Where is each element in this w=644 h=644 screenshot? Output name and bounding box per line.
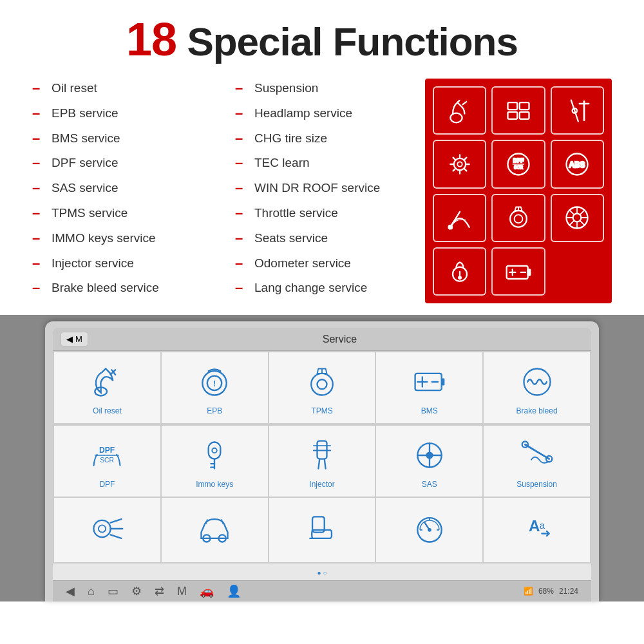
battery-icon: [504, 258, 533, 286]
home-icon: M: [75, 334, 82, 344]
m-nav-icon[interactable]: M: [177, 585, 187, 598]
svg-rect-4: [520, 111, 529, 118]
oil-icon-cell: [433, 86, 486, 135]
sas-label: SAS: [422, 480, 437, 489]
svg-rect-36: [528, 269, 531, 275]
car-nav-icon[interactable]: 🚗: [200, 584, 214, 598]
list-item: –Brake bleed service: [32, 278, 216, 298]
svg-point-0: [450, 113, 462, 122]
steering-icon: [563, 97, 591, 125]
injector-cell[interactable]: Injector: [269, 426, 375, 497]
list-item: –Lang change service: [235, 278, 419, 298]
wheel-icon: [563, 204, 591, 232]
epb-label: EPB: [207, 406, 222, 415]
svg-point-20: [515, 215, 523, 223]
bms-cell[interactable]: BMS: [376, 352, 482, 423]
abs-icon: ABS: [563, 150, 591, 178]
svg-point-84: [428, 528, 431, 532]
svg-rect-3: [507, 111, 517, 118]
dash-icon: –: [235, 104, 245, 124]
settings-nav-icon[interactable]: ⚙: [131, 584, 142, 598]
headlamp-cell[interactable]: [54, 498, 160, 562]
seats-icon: [303, 509, 341, 548]
list-item: –TEC learn: [235, 153, 419, 173]
list-item: –Oil reset: [32, 79, 216, 99]
oil-reset-icon: [88, 363, 126, 401]
bms-label: BMS: [421, 406, 438, 415]
svg-text:!: !: [213, 379, 216, 389]
list-item: –Injector service: [32, 254, 216, 274]
lang-change-icon: A a: [518, 509, 556, 548]
list-item: –CHG tire size: [235, 129, 419, 149]
svg-point-65: [426, 452, 433, 459]
wiper-icon-cell: [433, 194, 486, 242]
dpf-cell[interactable]: DPF SCR DPF: [54, 426, 160, 497]
injector-icon: [303, 436, 341, 475]
dash-icon: –: [235, 204, 245, 223]
home-nav-icon[interactable]: ⌂: [88, 585, 95, 598]
list-item: –EPB service: [32, 104, 216, 124]
list-item: –IMMO keys service: [32, 229, 216, 249]
oil-reset-cell[interactable]: Oil reset: [54, 352, 160, 423]
service-grid-row2: DPF SCR DPF: [53, 424, 591, 498]
svg-point-10: [457, 162, 462, 166]
dash-icon: –: [32, 204, 43, 223]
immo-keys-icon: [195, 436, 234, 475]
tpms-warn-icon-cell: [433, 247, 486, 296]
list-item: –Headlamp service: [235, 104, 419, 124]
odometer-cell[interactable]: [376, 498, 482, 562]
lang-change-cell[interactable]: A a: [484, 498, 590, 562]
dash-icon: –: [32, 229, 43, 249]
tpms-cell[interactable]: TPMS: [269, 352, 375, 423]
apps-nav-icon[interactable]: ▭: [108, 584, 118, 598]
battery-icon-cell: [491, 247, 545, 296]
dash-icon: –: [32, 79, 43, 99]
suspension-icon: [518, 436, 556, 475]
svg-point-44: [311, 374, 333, 395]
transfer-nav-icon[interactable]: ⇄: [155, 584, 164, 598]
dash-icon: –: [235, 178, 245, 198]
device-nav-bar: ◀ ⌂ ▭ ⚙ ⇄ M 🚗 👤 📶 68% 21:24: [53, 580, 591, 601]
list-item: –Suspension: [235, 79, 419, 99]
user-nav-icon[interactable]: 👤: [227, 584, 241, 598]
seats-cell[interactable]: [269, 498, 375, 562]
sas-cell[interactable]: SAS: [376, 426, 482, 497]
abs-icon-cell: ABS: [551, 140, 604, 188]
tpms-warn-icon: [446, 258, 474, 286]
svg-point-19: [510, 211, 527, 227]
svg-point-23: [573, 214, 582, 222]
content-area: –Oil reset –EPB service –BMS service –DP…: [26, 79, 618, 303]
dpf-gear-icon-cell: [433, 140, 486, 188]
brake-bleed-label: Brake bleed: [516, 406, 558, 415]
dash-icon: –: [235, 79, 245, 99]
screen-header: ◀ M Service: [53, 328, 591, 351]
back-nav-icon[interactable]: ◀: [66, 584, 75, 598]
car-cell[interactable]: [162, 498, 268, 562]
epb-icon: !: [195, 363, 234, 401]
svg-text:ABS: ABS: [569, 160, 585, 169]
wifi-icon: 📶: [524, 587, 533, 596]
brake-bleed-cell[interactable]: Brake bleed: [484, 352, 590, 423]
windows-icon-cell: [491, 86, 545, 135]
wheel-icon-cell: [551, 194, 604, 242]
svg-point-34: [459, 276, 461, 279]
headlamp-icon: [88, 509, 126, 548]
svg-text:DPF: DPF: [513, 158, 524, 164]
svg-text:A: A: [529, 517, 540, 535]
back-button[interactable]: ◀ M: [61, 332, 88, 346]
suspension-cell[interactable]: Suspension: [484, 426, 590, 497]
dash-icon: –: [235, 229, 245, 249]
dpf-badge-icon: DPF SCR: [504, 150, 533, 178]
sas-icon: [410, 436, 449, 475]
title-text: Special Functions: [176, 19, 518, 64]
windows-icon: [504, 97, 533, 125]
immo-keys-cell[interactable]: Immo keys: [162, 426, 268, 497]
dash-icon: –: [32, 178, 43, 198]
features-left: –Oil reset –EPB service –BMS service –DP…: [32, 79, 216, 303]
features-right: –Suspension –Headlamp service –CHG tire …: [222, 79, 419, 303]
device-section: ◀ M Service Oil reset: [0, 315, 644, 601]
list-item: –TPMS service: [32, 204, 216, 223]
epb-cell[interactable]: ! EPB: [162, 352, 268, 423]
tpms-icon: [504, 204, 533, 232]
screen-title: Service: [96, 334, 583, 345]
